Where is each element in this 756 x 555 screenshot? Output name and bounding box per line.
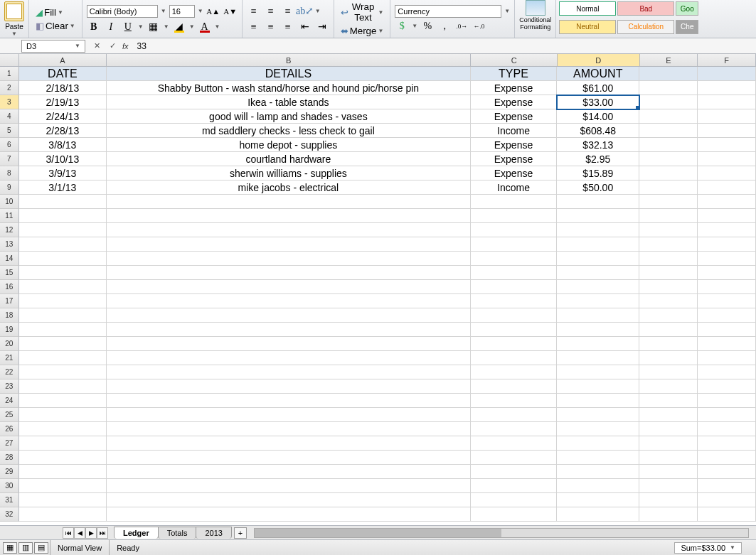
cell[interactable] bbox=[698, 209, 756, 223]
row-header[interactable]: 5 bbox=[0, 124, 19, 138]
cell[interactable]: courtland hardware bbox=[107, 152, 471, 166]
row-header[interactable]: 20 bbox=[0, 337, 19, 351]
sheet-tab[interactable]: 2013 bbox=[196, 527, 231, 539]
cell[interactable] bbox=[639, 95, 698, 109]
cell[interactable] bbox=[19, 323, 107, 337]
cell[interactable] bbox=[698, 95, 756, 109]
cell[interactable] bbox=[107, 323, 471, 337]
cell[interactable] bbox=[471, 379, 558, 394]
row-header[interactable]: 30 bbox=[0, 479, 19, 493]
first-sheet-icon[interactable]: ⏮ bbox=[63, 527, 74, 539]
cell[interactable] bbox=[19, 479, 107, 493]
cancel-icon[interactable]: ✕ bbox=[91, 41, 102, 52]
cell[interactable] bbox=[107, 195, 471, 209]
cell[interactable] bbox=[19, 507, 107, 522]
cell[interactable]: 3/8/13 bbox=[19, 138, 107, 152]
cell[interactable] bbox=[471, 294, 558, 308]
cell[interactable] bbox=[698, 180, 756, 195]
cell[interactable] bbox=[557, 280, 639, 294]
cell[interactable] bbox=[639, 152, 698, 166]
chevron-down-icon[interactable]: ▼ bbox=[315, 8, 321, 14]
cell[interactable] bbox=[107, 252, 471, 266]
col-header-D[interactable]: D bbox=[558, 54, 640, 66]
align-left-icon[interactable]: ≡ bbox=[247, 20, 261, 34]
align-top-icon[interactable]: ≡ bbox=[247, 4, 261, 18]
row-header[interactable]: 21 bbox=[0, 351, 19, 365]
cell[interactable] bbox=[107, 451, 471, 465]
cell[interactable] bbox=[107, 507, 471, 522]
cell[interactable] bbox=[19, 308, 107, 323]
cell[interactable] bbox=[471, 507, 558, 522]
cell[interactable]: Expense bbox=[471, 138, 558, 152]
cell[interactable]: $608.48 bbox=[557, 124, 639, 138]
page-layout-view-icon[interactable]: ▥ bbox=[18, 542, 33, 554]
fill-button[interactable]: ◢ Fill ▼ bbox=[33, 6, 78, 18]
cell[interactable] bbox=[471, 365, 558, 379]
confirm-icon[interactable]: ✓ bbox=[107, 41, 118, 52]
cell[interactable] bbox=[471, 308, 558, 323]
cell[interactable] bbox=[639, 465, 698, 479]
col-header-C[interactable]: C bbox=[471, 54, 558, 66]
chevron-down-icon[interactable]: ▼ bbox=[70, 23, 75, 29]
row-header[interactable]: 23 bbox=[0, 379, 19, 394]
clear-button[interactable]: ◧ Clear ▼ bbox=[33, 20, 78, 32]
decrease-font-icon[interactable]: A▼ bbox=[223, 4, 238, 18]
next-sheet-icon[interactable]: ▶ bbox=[85, 527, 97, 539]
normal-view-icon[interactable]: ▦ bbox=[3, 542, 17, 554]
horizontal-scrollbar[interactable] bbox=[254, 528, 749, 538]
cell[interactable] bbox=[471, 408, 558, 422]
cell[interactable] bbox=[639, 408, 698, 422]
style-bad[interactable]: Bad bbox=[617, 1, 674, 16]
cell[interactable] bbox=[698, 451, 756, 465]
cell[interactable] bbox=[19, 365, 107, 379]
row-header[interactable]: 10 bbox=[0, 195, 19, 209]
cell[interactable] bbox=[639, 124, 698, 138]
cell[interactable] bbox=[19, 294, 107, 308]
cell[interactable] bbox=[639, 493, 698, 507]
cell[interactable] bbox=[557, 337, 639, 351]
cell[interactable] bbox=[19, 351, 107, 365]
cell[interactable] bbox=[107, 223, 471, 237]
sum-display[interactable]: Sum=$33.00 ▼ bbox=[674, 542, 742, 554]
cell[interactable] bbox=[639, 294, 698, 308]
cell[interactable] bbox=[19, 436, 107, 451]
bold-button[interactable]: B bbox=[87, 20, 101, 34]
cell[interactable] bbox=[471, 323, 558, 337]
wrap-text-button[interactable]: ↩ Wrap Text ▼ bbox=[339, 1, 386, 23]
cell[interactable] bbox=[698, 507, 756, 522]
cell[interactable]: 2/19/13 bbox=[19, 95, 107, 109]
row-header[interactable]: 28 bbox=[0, 451, 19, 465]
chevron-down-icon[interactable]: ▼ bbox=[378, 9, 383, 16]
cell[interactable] bbox=[557, 493, 639, 507]
cell[interactable] bbox=[471, 337, 558, 351]
cell[interactable] bbox=[107, 266, 471, 280]
increase-font-icon[interactable]: A▲ bbox=[206, 4, 220, 18]
row-header[interactable]: 29 bbox=[0, 465, 19, 479]
chevron-down-icon[interactable]: ▼ bbox=[11, 31, 17, 37]
cell[interactable] bbox=[557, 365, 639, 379]
cell[interactable] bbox=[698, 394, 756, 408]
row-header[interactable]: 8 bbox=[0, 166, 19, 180]
row-header[interactable]: 31 bbox=[0, 493, 19, 507]
cell[interactable] bbox=[557, 223, 639, 237]
cell[interactable] bbox=[698, 379, 756, 394]
increase-indent-icon[interactable]: ⇥ bbox=[315, 20, 329, 34]
cell[interactable] bbox=[698, 337, 756, 351]
row-header[interactable]: 15 bbox=[0, 266, 19, 280]
cell[interactable] bbox=[471, 237, 558, 252]
cell[interactable]: 2/18/13 bbox=[19, 81, 107, 95]
cell[interactable] bbox=[557, 195, 639, 209]
cell[interactable] bbox=[107, 209, 471, 223]
cell[interactable] bbox=[639, 379, 698, 394]
cell[interactable] bbox=[698, 81, 756, 95]
cell[interactable] bbox=[698, 223, 756, 237]
cell[interactable] bbox=[471, 280, 558, 294]
cell[interactable] bbox=[698, 67, 756, 81]
cell[interactable] bbox=[698, 422, 756, 436]
cell[interactable] bbox=[639, 237, 698, 252]
cell[interactable]: $2.95 bbox=[557, 152, 639, 166]
font-color-button[interactable]: A bbox=[198, 20, 212, 34]
cell[interactable] bbox=[557, 252, 639, 266]
cell[interactable] bbox=[698, 252, 756, 266]
paste-button[interactable]: Paste bbox=[5, 23, 23, 31]
